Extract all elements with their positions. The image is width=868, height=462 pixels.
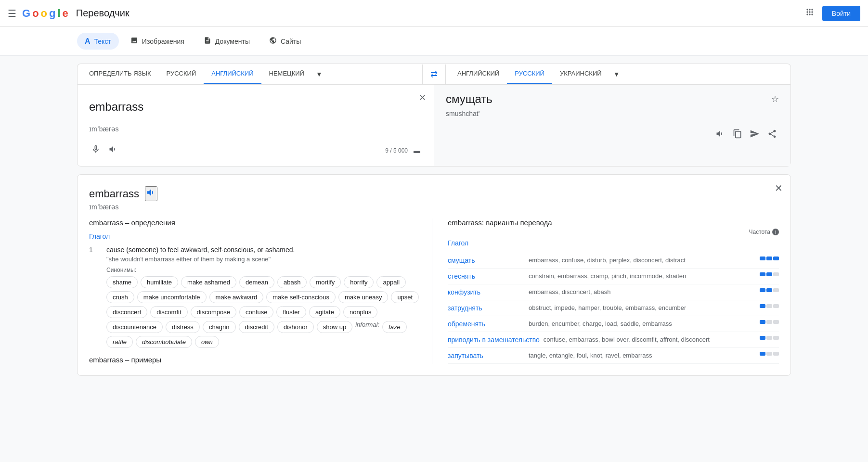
menu-icon[interactable]: ☰ [8,8,16,19]
mic-button[interactable] [89,142,103,158]
list-item[interactable]: make ashamed [181,276,236,288]
list-item[interactable]: rattle [106,336,133,348]
dict-translations: embarrass: варианты перевода Частота i Г… [444,218,779,364]
translation-word[interactable]: приводить в замешательство [448,336,540,344]
list-item[interactable]: discomfit [150,306,187,318]
translation-word[interactable]: смущать [448,257,525,264]
list-item[interactable]: confuse [239,306,274,318]
list-item[interactable]: abash [277,276,307,288]
feedback-button[interactable] [748,127,762,143]
char-count: 9 / 5 000 [385,147,408,154]
list-item[interactable]: own [195,336,219,348]
translation-word[interactable]: конфузить [448,288,525,296]
list-item[interactable]: fluster [276,306,306,318]
tab-sites[interactable]: Сайты [261,33,309,50]
list-item[interactable]: agitate [309,306,340,318]
list-item[interactable]: faze [382,321,407,333]
swap-languages-button[interactable]: ⇄ [423,65,445,83]
tab-docs[interactable]: Документы [196,33,258,50]
target-footer-icons [713,127,779,143]
freq-bar [766,272,772,276]
list-item[interactable]: discompose [191,306,236,318]
table-row: стеснятьconstrain, embarrass, cramp, pin… [448,269,779,284]
definitions-title: embarrass – определения [89,218,420,227]
lang-more-src[interactable]: ▼ [312,64,326,84]
def-content: cause (someone) to feel awkward, self-co… [106,246,420,348]
google-logo: Google [22,7,68,20]
translation-word[interactable]: затруднять [448,304,525,312]
translation-word[interactable]: обременять [448,320,525,328]
target-speaker-button[interactable] [713,127,727,143]
tab-images[interactable]: Изображения [123,33,192,50]
list-item[interactable]: make uncomfortable [137,291,207,303]
slider-button[interactable]: ▬ [412,145,422,156]
dictionary-section: embarrass ɪmˈbærəs ✕ embarrass – определ… [77,174,791,376]
tab-text[interactable]: A Текст [77,33,119,50]
info-icon: i [772,229,779,235]
target-phonetic: smushchat' [446,110,779,117]
def-text: cause (someone) to feel awkward, self-co… [106,246,420,254]
sites-tab-label: Сайты [281,38,301,45]
freq-bar [760,304,765,308]
frequency-bars [760,304,779,308]
freq-bar [773,304,779,308]
list-item[interactable]: distress [166,321,200,333]
list-item[interactable]: horrify [344,276,374,288]
table-row: смущатьembarrass, confuse, disturb, perp… [448,253,779,269]
translation-word[interactable]: стеснять [448,272,525,280]
list-item[interactable]: make self-conscious [266,291,336,303]
list-item[interactable]: humiliate [141,276,178,288]
freq-bar [766,304,772,308]
translations-title: embarrass: варианты перевода [448,218,779,227]
lang-tab-en-tgt[interactable]: АНГЛИЙСКИЙ [450,64,507,84]
images-tab-icon [130,37,138,46]
lang-tab-en-src[interactable]: АНГЛИЙСКИЙ [204,64,261,84]
dict-sound-button[interactable] [145,186,157,201]
translation-wrapper: ОПРЕДЕЛИТЬ ЯЗЫК РУССКИЙ АНГЛИЙСКИЙ НЕМЕЦ… [0,56,868,174]
dict-close-button[interactable]: ✕ [775,182,783,194]
lang-tab-ru-tgt[interactable]: РУССКИЙ [507,64,552,84]
list-item[interactable]: nonplus [343,306,378,318]
translation-synonyms: obstruct, impede, hamper, trouble, embar… [529,304,756,311]
lang-tab-uk-tgt[interactable]: УКРАИНСКИЙ [552,64,609,84]
list-item[interactable]: make awkward [209,291,264,303]
list-item[interactable]: discombobulate [136,336,192,348]
lang-more-tgt[interactable]: ▼ [609,64,624,84]
translation-word[interactable]: запутывать [448,352,525,359]
lang-tab-detect[interactable]: ОПРЕДЕЛИТЬ ЯЗЫК [81,64,159,84]
freq-bar [760,320,765,324]
source-input[interactable] [89,92,422,121]
list-item[interactable]: disconcert [106,306,147,318]
source-phonetic: ɪmˈbærəs [89,125,422,133]
lang-tab-ru-src[interactable]: РУССКИЙ [159,64,204,84]
frequency-bars [760,336,779,340]
pos-label: Глагол [89,232,420,240]
speaker-button[interactable] [106,142,120,158]
header: ☰ Google Переводчик Войти [0,0,868,27]
share-button[interactable] [765,127,779,143]
docs-tab-label: Документы [215,38,250,45]
table-row: приводить в замешательствоconfuse, embar… [448,332,779,348]
list-item[interactable]: show up [317,321,352,333]
translation-synonyms: constrain, embarrass, cramp, pinch, inco… [529,272,756,280]
header-right: Войти [805,6,860,21]
grid-icon[interactable] [805,7,815,19]
copy-button[interactable] [731,127,744,143]
list-item[interactable]: mortify [310,276,341,288]
list-item[interactable]: chagrin [203,321,236,333]
signin-button[interactable]: Войти [822,6,860,21]
clear-button[interactable]: ✕ [419,92,426,103]
list-item[interactable]: make uneasy [338,291,388,303]
frequency-bars [760,272,779,276]
list-item[interactable]: discountenance [106,321,163,333]
list-item[interactable]: appall [376,276,406,288]
list-item[interactable]: demean [239,276,274,288]
lang-tab-de-src[interactable]: НЕМЕЦКИЙ [261,64,312,84]
list-item[interactable]: crush [106,291,134,303]
list-item[interactable]: shame [106,276,138,288]
list-item[interactable]: dishonor [277,321,314,333]
list-item[interactable]: discredit [239,321,274,333]
freq-bar [760,257,765,260]
favorite-button[interactable]: ☆ [771,92,779,106]
list-item[interactable]: upset [391,291,419,303]
